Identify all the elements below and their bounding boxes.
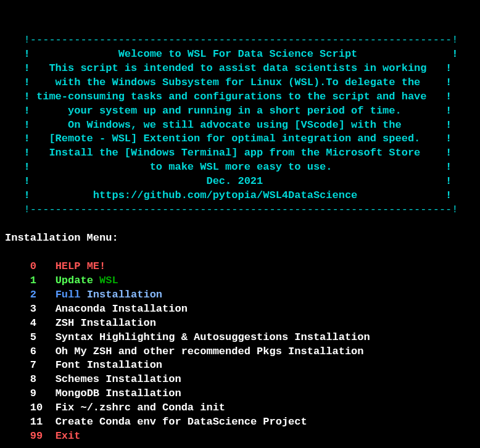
menu-num-6: 6 (5, 346, 56, 357)
menu-label-10: Fix ~/.zshrc and Conda init (56, 402, 225, 413)
menu-item-4: 4 ZSH Installation (5, 317, 156, 329)
menu-separator: ========================================… (5, 444, 458, 448)
menu-label-1b: WSL (99, 275, 118, 286)
menu-num-5: 5 (5, 331, 56, 343)
menu-label-2a: Full (56, 289, 87, 301)
menu-num-8: 8 (5, 373, 56, 385)
menu-item-6: 6 Oh My ZSH and other recommended Pkgs I… (5, 346, 364, 357)
banner-line-3: ! with the Windows Subsystem for Linux (… (5, 77, 452, 88)
menu-label-2b: Installation (87, 289, 162, 301)
menu-num-7: 7 (5, 359, 56, 371)
menu-item-5: 5 Syntax Highlighting & Autosuggestions … (5, 331, 370, 343)
menu-item-0: 0 HELP ME! (5, 260, 106, 272)
menu-label-3: Anaconda Installation (56, 303, 188, 315)
menu-label-7: Font Installation (56, 359, 162, 371)
menu-num-2: 2 (5, 289, 56, 301)
menu-num-9: 9 (5, 388, 56, 399)
menu-num-0: 0 (5, 260, 56, 272)
menu-label-5: Syntax Highlighting & Autosuggestions In… (56, 331, 370, 343)
menu-num-3: 3 (5, 303, 56, 315)
menu-item-8: 8 Schemes Installation (5, 373, 181, 385)
menu-label-9: MongoDB Installation (56, 388, 181, 399)
banner-line-6: ! On Windows, we still advocate using [V… (5, 119, 452, 131)
menu-item-11: 11 Create Conda env for DataScience Proj… (5, 416, 307, 428)
menu-num-10: 10 (5, 402, 56, 413)
menu-label-99: Exit (56, 430, 81, 442)
menu-label-1a: Update (56, 275, 99, 286)
menu-label-4: ZSH Installation (56, 317, 156, 329)
menu-num-4: 4 (5, 317, 56, 329)
banner-line-9: ! to make WSL more easy to use. ! (5, 161, 452, 173)
menu-num-11: 11 (5, 416, 56, 428)
menu-item-7: 7 Font Installation (5, 359, 162, 371)
banner-border-bottom: !---------------------------------------… (5, 204, 458, 215)
menu-num-99: 99 (5, 430, 56, 442)
menu-label-8: Schemes Installation (56, 373, 181, 385)
menu-item-9: 9 MongoDB Installation (5, 388, 181, 399)
menu-label-0: HELP ME! (56, 260, 106, 272)
menu-item-1: 1 Update WSL (5, 275, 118, 286)
menu-label-6: Oh My ZSH and other recommended Pkgs Ins… (56, 346, 364, 357)
banner-line-1: ! Welcome to WSL For Data Science Script… (5, 48, 458, 60)
banner-line-5: ! your system up and running in a short … (5, 105, 452, 117)
terminal-output: !---------------------------------------… (5, 33, 475, 448)
menu-item-10: 10 Fix ~/.zshrc and Conda init (5, 402, 225, 413)
menu-title: Installation Menu: (5, 232, 118, 244)
menu-item-2: 2 Full Installation (5, 289, 162, 301)
banner-border-top: !---------------------------------------… (5, 34, 458, 46)
banner-line-7: ! [Remote - WSL] Extention for optimal i… (5, 133, 452, 144)
banner-line-10: ! Dec. 2021 ! (5, 175, 452, 187)
banner-line-4: ! time-consuming tasks and configuration… (5, 91, 452, 102)
menu-item-99: 99 Exit (5, 430, 80, 442)
banner-line-2: ! This script is intended to assist data… (5, 62, 452, 74)
menu-item-3: 3 Anaconda Installation (5, 303, 188, 315)
menu-label-11: Create Conda env for DataScience Project (56, 416, 307, 428)
banner-line-8: ! Install the [Windows Terminal] app fro… (5, 147, 452, 159)
menu-num-1: 1 (5, 275, 56, 286)
banner-line-11: ! https://github.com/pytopia/WSL4DataSci… (5, 189, 452, 201)
